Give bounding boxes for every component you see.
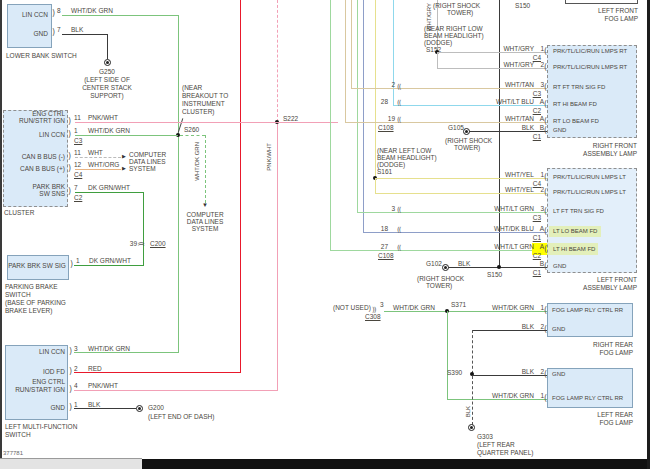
inline-connector-icon: (( — [397, 84, 400, 91]
wire-wht-yel-v — [375, 178, 376, 193]
pin-bracket: ) — [68, 118, 71, 126]
pin-bracket: ( — [544, 84, 547, 92]
wire-color-label: RED — [88, 365, 102, 372]
component-label: LEFT FRONT — [557, 276, 637, 283]
wire-color-label: WHT/TAN — [470, 81, 534, 88]
circuit-label: PRK/TL/LIC/RUN LMPS RT — [553, 48, 627, 55]
splice-note: (NEAR RIGHT LOW — [424, 25, 483, 32]
inline-pin-number: 18 — [374, 225, 388, 232]
system-dest: DATA LINES — [129, 158, 166, 165]
wire-color-label: WHT/YEL — [470, 171, 534, 178]
ground-id: G102 — [426, 260, 442, 267]
pin-bracket: ( — [544, 228, 547, 236]
pin-number: 1 — [536, 171, 544, 178]
pin-bracket: ) — [70, 261, 73, 269]
wire-wht-yel — [375, 178, 547, 179]
wire-color-label: DK GRN/WHT — [88, 184, 130, 191]
splice-id: S222 — [283, 115, 298, 122]
connector-id: C2 — [527, 252, 541, 259]
wire-color-label: DK GRN/WHT — [89, 257, 131, 264]
splice-note: BREAKOUT TO — [182, 92, 228, 99]
bottom-bar-dark[interactable] — [142, 459, 647, 469]
wire-wht-gry-v — [437, 52, 438, 68]
pin-bracket: ) — [52, 29, 55, 37]
circuit-label: GND — [553, 127, 566, 134]
splice-id: S161 — [377, 168, 392, 175]
wire-color-label: BLK — [500, 323, 534, 330]
wire-wht-tan — [351, 88, 547, 89]
pin-bracket: ) — [69, 404, 72, 412]
wire-blk — [472, 330, 547, 331]
circuit-label: PRK/TL/LIC/RUN LMPS LT — [553, 174, 626, 181]
wire-color-label: WHT/YEL — [470, 186, 534, 193]
pin-label: CAN B BUS (+) — [4, 165, 65, 172]
wire-dk-grn-wht-v — [143, 192, 144, 265]
wire-color-label: PNK/WHT — [88, 114, 118, 121]
pin-number: B — [536, 260, 544, 267]
connector-id: C4 — [74, 171, 82, 178]
inline-pin-number: 27 — [374, 243, 388, 250]
component-label: ASSEMBLY LAMP — [557, 150, 637, 157]
wire-wht-tan — [345, 122, 547, 123]
component-label: CLUSTER — [4, 209, 34, 216]
wire-pnk-wht-trunk — [277, 122, 278, 390]
wire-blk-dashed-v — [472, 330, 473, 425]
wire-wht-dk-grn-trunk — [178, 15, 179, 352]
splice-note: INSTRUMENT — [182, 100, 225, 107]
pin-bracket: ( — [544, 48, 547, 56]
pin-number: A — [536, 225, 544, 232]
circuit-label: RT FT TRN SIG FD — [553, 84, 605, 91]
window-left-border — [0, 0, 2, 458]
connector-id: C200 — [150, 240, 166, 247]
wire-color-label: WHT/DK GRN — [488, 304, 534, 311]
pin-bracket: ( — [544, 127, 547, 135]
pin-bracket: ( — [544, 118, 547, 126]
arrow-right-icon: ▶ — [122, 154, 126, 159]
wire-branch-dashed-v — [205, 135, 206, 203]
inline-connector-icon: (( — [397, 207, 400, 214]
wire-color-label: BLK — [500, 124, 534, 131]
connector-id: C308 — [365, 313, 381, 320]
inline-connector-icon: (( — [397, 117, 400, 124]
pin-bracket: ( — [544, 64, 547, 72]
wire-color-label: WHT/ORG — [88, 161, 119, 168]
splice-note: (DODGE) — [377, 161, 405, 168]
splice-id: S390 — [447, 369, 462, 376]
connector-id: C108 — [378, 124, 394, 131]
wire-color-label: BLK — [458, 260, 470, 267]
pin-bracket: ( — [544, 246, 547, 254]
wire-wht-dk-grn — [75, 135, 178, 136]
pin-number: 8 — [57, 7, 61, 14]
pin-number: A — [536, 243, 544, 250]
inline-connector-icon: (( — [397, 100, 400, 107]
component-label: FOG LAMP — [553, 349, 633, 356]
circuit-label: PRK/TL/LIC/RUN LMPS LT — [553, 189, 626, 196]
wire-color-label: WHT/DK GRN — [71, 7, 113, 14]
wire-blk — [62, 34, 107, 35]
wire-wht-dk-grn — [447, 399, 547, 400]
wire-wht-lt-grn — [357, 212, 547, 213]
ground-note: SUPPORT) — [72, 92, 142, 99]
connector-id: C3 — [527, 90, 541, 97]
wire-dk-grn-wht — [74, 265, 144, 266]
component-note: PARKING BRAKE — [5, 283, 58, 290]
not-used-label: (NOT USED) — [333, 304, 371, 311]
component-label: RIGHT FRONT — [557, 142, 637, 149]
ground-note: (LEFT SIDE OF — [72, 76, 142, 83]
pin-number: 7 — [74, 184, 78, 191]
pin-label: LIN CCN — [4, 348, 65, 355]
pin-number: 3 — [380, 301, 384, 308]
wiring-diagram-canvas: LIN CCN GND ) ) 8 7 WHT/DK GRN BLK LOWER… — [0, 0, 650, 469]
wire-color-label: PNK/WHT — [88, 382, 118, 389]
component-label: RIGHT REAR — [553, 341, 633, 348]
wire-wht-dk-blu — [363, 232, 547, 233]
splice-id: S150 — [515, 2, 530, 9]
pin-label: GND — [4, 404, 65, 411]
wire-wht-lt-blu — [393, 105, 547, 106]
wire-blk — [469, 131, 547, 132]
wire-pnk-wht-dashed — [277, 0, 278, 122]
component-note: (BASE OF PARKING — [5, 299, 66, 306]
pin-bracket: ) — [68, 153, 71, 161]
inline-pin-number: 3 — [381, 205, 395, 212]
arrow-down-icon: ▼ — [202, 203, 208, 208]
